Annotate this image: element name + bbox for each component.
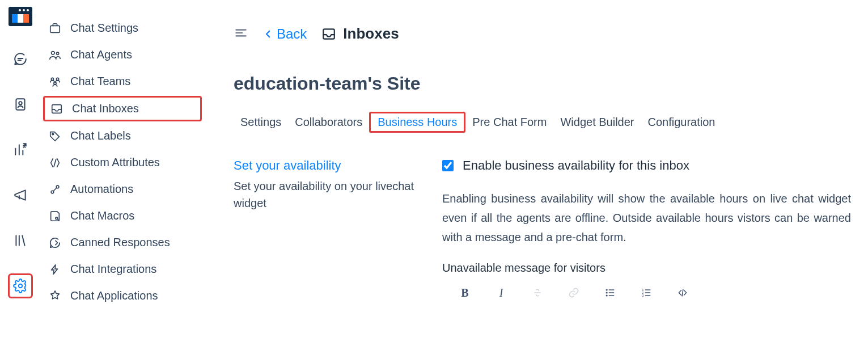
svg-point-10 [52,133,54,134]
tab-pre-chat-form[interactable]: Pre Chat Form [465,113,553,131]
svg-point-2 [19,284,23,288]
sidebar-item-chat-applications[interactable]: Chat Applications [41,282,217,309]
conversations-icon[interactable] [8,47,33,71]
enable-business-availability-label: Enable business availability for this in… [463,158,689,173]
svg-point-4 [52,51,55,54]
primary-nav-rail [0,0,41,350]
sidebar-item-label: Canned Responses [70,236,170,249]
tab-settings[interactable]: Settings [234,113,288,131]
sidebar-item-label: Chat Applications [70,289,158,302]
tabs: Settings Collaborators Business Hours Pr… [234,113,851,131]
reports-icon[interactable] [8,137,33,162]
availability-desc: Enabling business availability will show… [442,189,851,247]
availability-form: Enable business availability for this in… [442,158,851,300]
ul-icon[interactable] [603,286,617,300]
svg-point-1 [19,102,22,104]
settings-sidebar: Chat Settings Chat Agents Chat Teams Cha… [41,0,217,350]
availability-heading: Set your availability [234,158,415,173]
breadcrumb-title: Inboxes [321,25,399,43]
sidebar-item-chat-agents[interactable]: Chat Agents [41,41,217,68]
main-content: Back Inboxes education-team's Site Setti… [217,0,868,350]
svg-rect-3 [50,26,60,32]
sidebar-item-label: Chat Integrations [70,263,156,276]
bold-icon[interactable]: B [458,286,472,300]
sidebar-item-chat-integrations[interactable]: Chat Integrations [41,256,217,282]
sidebar-item-automations[interactable]: Automations [41,176,217,203]
back-link[interactable]: Back [263,26,307,42]
editor-toolbar: B I 123 [442,286,851,300]
back-label: Back [277,26,307,42]
svg-point-5 [56,52,58,54]
link-icon[interactable] [567,286,581,300]
settings-icon[interactable] [8,273,33,298]
sidebar-item-label: Automations [70,183,133,196]
svg-point-7 [56,78,58,80]
app-logo[interactable] [9,7,32,26]
svg-point-13 [56,217,58,219]
sidebar-item-label: Custom Attributes [70,156,160,169]
tab-configuration[interactable]: Configuration [641,113,722,131]
menu-icon[interactable] [234,26,248,43]
availability-description: Set your availability Set your availabil… [234,158,415,300]
svg-point-15 [606,289,607,290]
topbar: Back Inboxes [234,25,851,43]
sidebar-item-label: Chat Inboxes [72,102,139,115]
crumb-label: Inboxes [343,25,399,43]
availability-sub: Set your availability on your livechat w… [234,178,415,212]
tab-widget-builder[interactable]: Widget Builder [553,113,641,131]
tab-business-hours[interactable]: Business Hours [369,112,465,133]
sidebar-item-chat-labels[interactable]: Chat Labels [41,123,217,149]
svg-text:3: 3 [642,294,644,297]
sidebar-item-label: Chat Labels [70,129,131,142]
sidebar-item-chat-teams[interactable]: Chat Teams [41,68,217,95]
sidebar-item-canned-responses[interactable]: Canned Responses [41,229,217,256]
unavailable-message-label: Unavailable message for visitors [442,262,851,275]
content-row: Set your availability Set your availabil… [234,158,851,300]
sidebar-item-label: Chat Macros [70,209,134,222]
italic-icon[interactable]: I [494,286,508,300]
code-icon[interactable] [676,286,689,300]
contacts-icon[interactable] [8,92,33,117]
svg-point-6 [51,78,53,80]
library-icon[interactable] [8,228,33,253]
svg-point-17 [606,295,607,296]
sidebar-item-chat-settings[interactable]: Chat Settings [41,15,217,41]
sidebar-item-chat-inboxes[interactable]: Chat Inboxes [43,96,202,121]
strike-icon[interactable] [531,286,544,300]
campaigns-icon[interactable] [8,183,33,208]
sidebar-item-chat-macros[interactable]: Chat Macros [41,203,217,229]
svg-rect-9 [52,104,62,113]
sidebar-item-custom-attributes[interactable]: Custom Attributes [41,149,217,176]
sidebar-item-label: Chat Teams [70,75,130,88]
page-title: education-team's Site [234,73,851,94]
svg-point-16 [606,292,607,293]
sidebar-item-label: Chat Settings [70,22,138,35]
ol-icon[interactable]: 123 [640,286,653,300]
tab-collaborators[interactable]: Collaborators [288,113,369,131]
enable-business-availability-checkbox[interactable] [442,160,454,171]
sidebar-item-label: Chat Agents [70,48,132,61]
